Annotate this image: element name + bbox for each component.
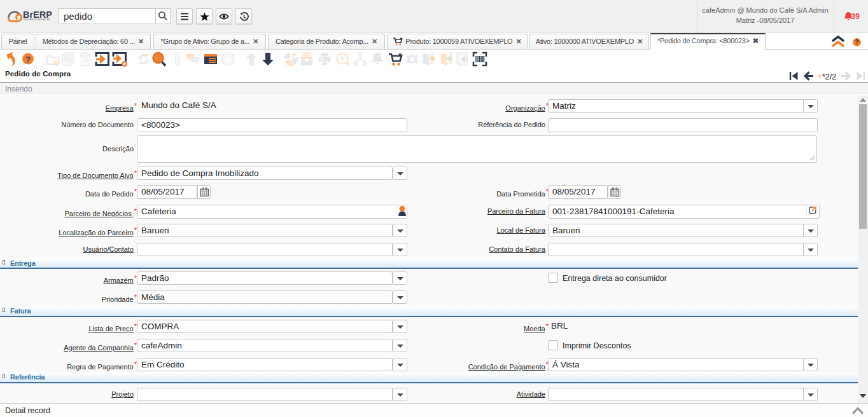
svg-text:+: + <box>818 72 822 81</box>
svg-text:*2/2: *2/2 <box>822 72 836 81</box>
svg-text:?: ? <box>25 55 31 64</box>
